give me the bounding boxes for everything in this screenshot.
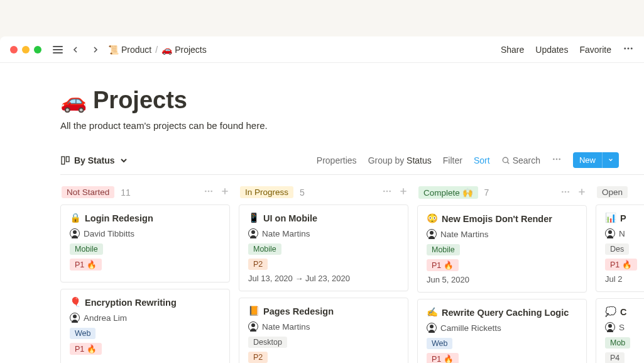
search-button[interactable]: Search <box>501 155 540 165</box>
card-tag-row: P1 🔥 <box>605 259 644 271</box>
card-title-text: C <box>620 307 626 317</box>
new-button: New <box>573 152 619 168</box>
nav-back-button[interactable] <box>68 43 83 56</box>
svg-point-9 <box>205 191 207 193</box>
card-date: Jul 2 <box>605 274 644 284</box>
column-more-button[interactable] <box>560 187 570 199</box>
card-tag-row: P1 🔥 <box>70 259 221 271</box>
minimize-window-button[interactable] <box>22 46 30 53</box>
column-title[interactable]: Open <box>597 186 628 198</box>
updates-button[interactable]: Updates <box>535 45 568 55</box>
card-tag-row: Des <box>605 243 644 255</box>
avatar-icon <box>70 313 80 323</box>
share-button[interactable]: Share <box>501 45 524 55</box>
page-title-text[interactable]: Projects <box>93 87 187 114</box>
card-tag: Mob <box>605 337 630 349</box>
card-tag: Des <box>605 243 629 255</box>
board-card[interactable]: 📱UI on MobileNate MartinsMobileP2Jul 13,… <box>239 204 408 291</box>
close-window-button[interactable] <box>10 46 18 53</box>
card-tag: Web <box>427 338 452 349</box>
card-emoji-icon: 😳 <box>427 213 438 224</box>
card-assignee: Nate Martins <box>248 228 399 238</box>
board-card[interactable]: 📙Pages RedesignNate MartinsDesktopP2 <box>239 298 408 363</box>
avatar-icon <box>248 321 258 332</box>
assignee-name: Nate Martins <box>440 230 489 239</box>
nav-forward-button[interactable] <box>88 43 103 56</box>
card-tag: P1 🔥 <box>605 259 637 271</box>
svg-point-11 <box>210 191 212 193</box>
svg-point-12 <box>383 191 385 193</box>
chevron-down-icon <box>608 157 614 163</box>
board-card[interactable]: 📊PNDesP1 🔥Jul 2 <box>596 204 644 292</box>
svg-point-5 <box>503 157 508 162</box>
card-tag: Mobile <box>70 243 103 255</box>
card-tag-row: P1 🔥 <box>70 343 221 355</box>
sort-button[interactable]: Sort <box>474 155 490 165</box>
svg-point-15 <box>562 191 564 193</box>
page-subtitle[interactable]: All the product team's projects can be f… <box>60 120 644 131</box>
card-tag-row: P1 🔥 <box>427 259 577 271</box>
column-header: In Progress5 <box>239 185 408 204</box>
card-tag-row: Desktop <box>248 337 399 348</box>
card-tag: P4 <box>605 352 625 363</box>
card-assignee: Camille Ricketts <box>427 323 577 333</box>
card-assignee: Nate Martins <box>427 229 577 239</box>
view-selector-button[interactable]: By Status <box>60 155 129 165</box>
card-title-text: New Emojis Don't Render <box>442 214 552 224</box>
card-tag-row: P1 🔥 <box>427 353 577 363</box>
board-column: In Progress5📱UI on MobileNate MartinsMob… <box>239 185 408 363</box>
column-title[interactable]: In Progress <box>240 186 293 198</box>
breadcrumb-item-projects[interactable]: 🚗 Projects <box>161 45 207 55</box>
column-more-button[interactable] <box>382 186 392 198</box>
card-emoji-icon: 📙 <box>248 306 259 316</box>
column-header: Open <box>596 185 644 204</box>
column-count: 7 <box>484 187 489 198</box>
card-emoji-icon: ✍️ <box>427 307 438 318</box>
group-by-button[interactable]: Group by Status <box>368 155 432 165</box>
page-emoji-icon[interactable]: 🚗 <box>60 88 87 113</box>
avatar-icon <box>427 229 437 239</box>
board-card[interactable]: 😳New Emojis Don't RenderNate MartinsMobi… <box>417 205 587 293</box>
card-assignee: David Tibbitts <box>70 228 221 238</box>
card-tag-row: Web <box>70 328 221 339</box>
card-tag-row: Mobile <box>70 243 221 255</box>
new-button-dropdown[interactable] <box>602 152 619 168</box>
card-title-text: Pages Redesign <box>263 306 334 316</box>
new-button-label[interactable]: New <box>573 152 602 168</box>
assignee-name: Camille Ricketts <box>440 323 501 333</box>
board-card[interactable]: 🔒Login RedesignDavid TibbittsMobileP1 🔥 <box>60 204 230 282</box>
app-window: 📜 Product / 🚗 Projects Share Updates Fav… <box>0 36 644 363</box>
svg-point-8 <box>559 159 560 160</box>
column-title[interactable]: Complete 🙌 <box>418 186 478 199</box>
page-title: 🚗 Projects <box>60 87 644 114</box>
more-menu-button[interactable] <box>623 43 634 56</box>
card-title: 📱UI on Mobile <box>248 213 399 223</box>
properties-button[interactable]: Properties <box>317 155 357 165</box>
card-emoji-icon: 🔒 <box>70 213 81 223</box>
breadcrumb-item-product[interactable]: 📜 Product <box>108 45 151 55</box>
column-add-button[interactable] <box>577 187 587 199</box>
board-view-icon <box>60 155 70 165</box>
sidebar-toggle-button[interactable] <box>53 46 63 53</box>
view-more-button[interactable] <box>552 154 562 166</box>
maximize-window-button[interactable] <box>34 46 41 53</box>
column-add-button[interactable] <box>220 186 230 198</box>
svg-point-16 <box>565 191 567 193</box>
card-tag-row: Mob <box>605 337 644 349</box>
avatar-icon <box>427 323 437 333</box>
svg-point-17 <box>567 191 569 193</box>
column-more-button[interactable] <box>204 186 214 198</box>
chevron-down-icon <box>119 155 129 165</box>
board-card[interactable]: ✍️Rewrite Query Caching LogicCamille Ric… <box>417 299 587 363</box>
column-title[interactable]: Not Started <box>62 186 114 198</box>
column-add-button[interactable] <box>398 186 408 198</box>
column-count: 5 <box>300 187 305 198</box>
card-tag: Web <box>70 328 96 339</box>
board-card[interactable]: 💭CSMobP4 <box>596 298 644 363</box>
svg-point-10 <box>208 191 210 193</box>
card-date: Jul 13, 2020 → Jul 23, 2020 <box>248 274 399 283</box>
filter-button[interactable]: Filter <box>443 155 462 165</box>
board-card[interactable]: 🎈Encryption RewritingAndrea LimWebP1 🔥 <box>60 289 230 363</box>
column-actions <box>560 187 587 199</box>
favorite-button[interactable]: Favorite <box>579 45 611 55</box>
